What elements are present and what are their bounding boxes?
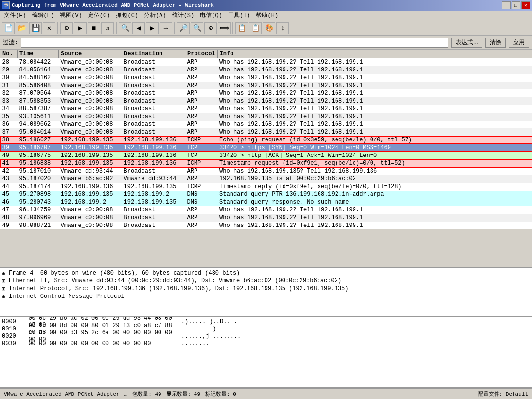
detail-line[interactable]: ⊞Frame 4: 60 bytes on wire (480 bits), 6… <box>2 269 530 277</box>
zoom-in-button[interactable]: 🔎 <box>177 22 190 34</box>
table-row[interactable]: 3287.070564Vmware_c0:00:08BroadcastARPWh… <box>0 89 532 97</box>
capture-filter-button[interactable]: 📋 <box>235 22 248 34</box>
maximize-button[interactable]: □ <box>512 1 520 9</box>
separator2 <box>116 22 117 34</box>
table-row[interactable]: 3593.105611Vmware_c0:00:08BroadcastARPWh… <box>0 113 532 121</box>
menu-item-t[interactable]: 工具(T) <box>225 11 253 20</box>
table-row[interactable]: 3185.586408Vmware_c0:00:08BroadcastARPWh… <box>0 82 532 89</box>
autosize-button[interactable]: ↕ <box>276 22 289 34</box>
table-row[interactable]: 4395.187020Vmware_b6:ac:02Vmware_dd:93:4… <box>0 175 532 183</box>
close-file-button[interactable]: ✕ <box>43 22 55 34</box>
new-button[interactable]: 📄 <box>2 22 15 34</box>
menu-item-v[interactable]: 视图(V) <box>57 11 85 20</box>
hex-line: 0020 c7 87 00 00 d3 95 2c 6a 00 00 00 00… <box>2 332 530 340</box>
filter-label: 过滤: <box>3 38 18 47</box>
menu-item-c[interactable]: 抓包(C) <box>113 11 141 20</box>
hex-ascii: ........ <box>181 340 210 347</box>
detail-line[interactable]: ⊞Internet Protocol, Src: 192.168.199.136… <box>2 285 530 293</box>
menu-item-q[interactable]: 电信(Q) <box>197 11 225 20</box>
window-controls: _ □ ✕ <box>502 1 530 9</box>
expand-icon: ⊞ <box>2 293 7 300</box>
adapter-name: VMware Accelerated AMD PCNet Adapter <box>4 391 120 397</box>
displayed-count: 显示数量: 49 <box>166 390 200 398</box>
table-row[interactable]: 3084.588162Vmware_c0:00:08BroadcastARPWh… <box>0 74 532 82</box>
table-row[interactable]: 4695.280743192.168.199.2192.168.199.135D… <box>0 198 532 206</box>
colorize-button[interactable]: 🎨 <box>263 22 275 34</box>
clear-filter-button[interactable]: 清除 <box>485 38 506 48</box>
table-row[interactable]: 4195.186838192.168.199.135192.168.199.13… <box>0 159 532 167</box>
display-filter-button[interactable]: 📋 <box>249 22 262 34</box>
menu-item-e[interactable]: 编辑(E) <box>29 11 57 20</box>
col-proto: Protocol <box>185 50 218 58</box>
menu-item-g[interactable]: 定位(G) <box>85 11 113 20</box>
hex-offset: 0010 <box>2 326 21 332</box>
separator-dot1: … <box>124 391 128 397</box>
capture-options-button[interactable]: ⚙ <box>60 22 73 34</box>
save-button[interactable]: 💾 <box>29 22 42 34</box>
table-row[interactable]: 4095.186775192.168.199.135192.168.199.13… <box>0 152 532 159</box>
hex-line: 0030 00 00 00 00 00 00 00 00 00 00 00 00… <box>2 340 530 347</box>
table-row[interactable]: 2878.084422Vmware_c0:00:08BroadcastARPWh… <box>0 58 532 66</box>
table-row[interactable]: 4295.187010Vmware_dd:93:44BroadcastARPWh… <box>0 167 532 175</box>
menu-item-s[interactable]: 统计(S) <box>169 11 197 20</box>
hex-ascii: ......,j ........ <box>181 333 241 340</box>
table-row[interactable]: 4998.088721Vmware_c0:00:08BroadcastARPWh… <box>0 222 532 229</box>
config-profile: 配置文件: Default <box>478 390 528 398</box>
packet-list-scroll[interactable]: No. Time Source Destination Protocol Inf… <box>0 50 532 267</box>
table-row[interactable]: 4796.134759Vmware_c0:00:08BroadcastARPWh… <box>0 206 532 214</box>
zoom-reset-button[interactable]: ⊙ <box>204 22 217 34</box>
close-button[interactable]: ✕ <box>521 1 530 9</box>
marked-count: 标记数量: 0 <box>205 390 236 398</box>
find-button[interactable]: 🔍 <box>119 22 131 34</box>
table-row[interactable]: 3895.186627192.168.199.135192.168.199.13… <box>0 136 532 144</box>
zoom-out-button[interactable]: 🔍 <box>191 22 203 34</box>
table-row[interactable]: 3995.186707192.168.199.135192.168.199.13… <box>0 144 532 152</box>
separator4 <box>232 22 233 34</box>
separator3 <box>174 22 175 34</box>
table-row[interactable]: 3488.587387Vmware_c0:00:08BroadcastARPWh… <box>0 105 532 113</box>
go-button[interactable]: → <box>160 22 172 34</box>
menubar: 文件(F)编辑(E)视图(V)定位(G)抓包(C)分析(A)统计(S)电信(Q)… <box>0 11 532 20</box>
hex-bytes: 00 00 00 00 00 00 00 00 00 00 00 00 <box>28 340 174 347</box>
detail-text: Internet Protocol, Src: 192.168.199.136 … <box>9 285 349 292</box>
titlebar: 🦈 Capturing from VMware Accelerated AMD … <box>0 0 532 11</box>
table-row[interactable]: 4897.096969Vmware_c0:00:08BroadcastARPWh… <box>0 214 532 222</box>
find-prev-button[interactable]: ◀ <box>132 22 145 34</box>
app-icon: 🦈 <box>2 1 10 9</box>
detail-line[interactable]: ⊞Internet Control Message Protocol <box>2 293 530 300</box>
hex-offset: 0030 <box>2 340 21 347</box>
expand-icon: ⊞ <box>2 278 7 285</box>
find-next-button[interactable]: ▶ <box>146 22 159 34</box>
stop-capture-button[interactable]: ■ <box>88 22 100 34</box>
restart-capture-button[interactable]: ↺ <box>101 22 114 34</box>
table-row[interactable]: 4495.187174192.168.199.136192.168.199.13… <box>0 183 532 191</box>
col-no: No. <box>0 50 18 58</box>
statusbar: VMware Accelerated AMD PCNet Adapter … 包… <box>0 388 532 399</box>
detail-line[interactable]: ⊞Ethernet II, Src: Vmware_dd:93:44 (00:0… <box>2 277 530 285</box>
hex-offset: 0000 <box>2 318 21 325</box>
filterbar: 过滤: 表达式... 清除 应用 <box>0 36 532 50</box>
minimize-button[interactable]: _ <box>502 1 511 9</box>
menu-item-f[interactable]: 文件(F) <box>1 11 29 20</box>
col-dest: Destination <box>122 50 185 58</box>
expression-button[interactable]: 表达式... <box>451 38 482 48</box>
filter-input[interactable] <box>21 38 448 48</box>
table-row[interactable]: 2984.056164Vmware_c0:00:08BroadcastARPWh… <box>0 66 532 74</box>
apply-filter-button[interactable]: 应用 <box>509 38 529 48</box>
table-row[interactable]: 4595.270898192.168.199.135192.168.199.2D… <box>0 191 532 198</box>
table-row[interactable]: 3795.084014Vmware_c0:00:08BroadcastARPWh… <box>0 128 532 136</box>
detail-text: Internet Control Message Protocol <box>9 293 124 300</box>
table-row[interactable]: 3387.588353Vmware_c0:00:08BroadcastARPWh… <box>0 97 532 105</box>
resize-columns-button[interactable]: ⟺ <box>218 22 231 34</box>
packet-detail: ⊞Frame 4: 60 bytes on wire (480 bits), 6… <box>0 268 532 317</box>
menu-item-h[interactable]: 帮助(H) <box>253 11 281 20</box>
packet-count: 包数量: 49 <box>132 390 161 398</box>
detail-text: Frame 4: 60 bytes on wire (480 bits), 60… <box>9 270 240 277</box>
table-row[interactable]: 3694.089662Vmware_c0:00:08BroadcastARPWh… <box>0 121 532 128</box>
start-capture-button[interactable]: ▶ <box>74 22 87 34</box>
open-button[interactable]: 📂 <box>16 22 28 34</box>
menu-item-a[interactable]: 分析(A) <box>141 11 169 20</box>
col-source: Source <box>59 50 122 58</box>
hex-ascii: ........ )....... <box>181 326 241 332</box>
expand-icon: ⊞ <box>2 285 7 293</box>
